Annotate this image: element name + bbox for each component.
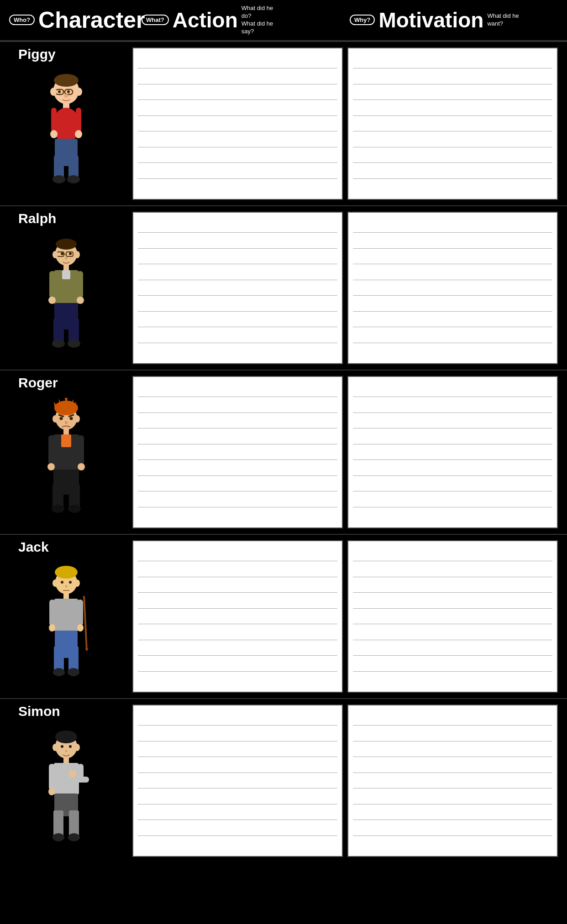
motivation-subtitle: What did he want?: [487, 12, 528, 28]
who-badge: Who?: [9, 15, 35, 25]
motivation-header: Why? Motivation What did he want?: [350, 10, 558, 31]
line: [353, 725, 552, 726]
svg-rect-97: [63, 757, 69, 764]
svg-rect-60: [48, 435, 54, 465]
line: [353, 248, 552, 249]
svg-point-29: [52, 251, 58, 258]
roger-action-cell[interactable]: [132, 376, 343, 528]
ralph-action-cell[interactable]: [132, 212, 343, 364]
line: [138, 820, 337, 820]
simon-action-cell[interactable]: [132, 705, 343, 857]
simon-name: Simon: [0, 704, 60, 719]
simon-cell: Simon: [0, 699, 132, 862]
line: [138, 147, 337, 147]
simon-motivation-lines: [348, 705, 557, 856]
svg-point-15: [75, 130, 82, 138]
svg-rect-31: [63, 265, 69, 271]
line: [138, 311, 337, 312]
line: [353, 788, 552, 788]
line: [353, 491, 552, 491]
jack-motivation-cell[interactable]: [347, 540, 558, 693]
simon-action-lines: [133, 705, 342, 856]
line: [353, 412, 552, 413]
line: [138, 412, 337, 413]
simon-row: Simon: [0, 698, 567, 862]
line: [138, 428, 337, 428]
line: [353, 162, 552, 163]
line: [138, 280, 337, 280]
character-title: Character: [38, 9, 145, 31]
line: [353, 804, 552, 804]
line: [138, 327, 337, 327]
line: [138, 84, 337, 84]
jack-action-lines: [133, 541, 342, 692]
line: [353, 835, 552, 836]
line: [353, 624, 552, 624]
simon-motivation-cell[interactable]: [347, 705, 558, 857]
svg-rect-35: [77, 271, 83, 298]
line: [353, 459, 552, 460]
line: [138, 68, 337, 68]
svg-marker-82: [85, 648, 89, 651]
svg-point-94: [65, 750, 68, 752]
svg-point-103: [69, 770, 76, 778]
piggy-motivation-lines: [348, 48, 557, 199]
jack-name: Jack: [0, 539, 49, 555]
line: [353, 655, 552, 656]
svg-point-37: [77, 297, 84, 304]
svg-point-8: [50, 88, 57, 96]
svg-point-84: [77, 624, 84, 632]
svg-point-42: [68, 339, 80, 348]
jack-figure: [41, 559, 91, 678]
line: [138, 671, 337, 672]
svg-point-71: [61, 581, 63, 584]
line: [353, 592, 552, 593]
svg-point-83: [49, 624, 55, 632]
svg-rect-13: [76, 108, 81, 133]
svg-rect-80: [77, 600, 83, 626]
svg-point-62: [47, 463, 55, 470]
ralph-motivation-lines: [348, 213, 557, 363]
line: [138, 741, 337, 741]
svg-point-41: [52, 339, 65, 348]
line: [138, 773, 337, 773]
jack-row: Jack: [0, 534, 567, 698]
line: [353, 232, 552, 233]
line: [138, 444, 337, 444]
line: [138, 248, 337, 249]
svg-point-36: [48, 297, 56, 304]
character-header: Who? Character: [9, 9, 142, 31]
ralph-cell: Ralph: [0, 206, 132, 370]
line: [353, 178, 552, 179]
line: [353, 147, 552, 147]
header-row: Who? Character What? Action What did he …: [0, 0, 567, 41]
roger-motivation-lines: [348, 377, 557, 527]
piggy-name: Piggy: [0, 47, 56, 62]
svg-point-92: [61, 745, 63, 748]
line: [138, 608, 337, 609]
ralph-row: Ralph: [0, 205, 567, 370]
why-badge: Why?: [350, 15, 375, 25]
line: [138, 264, 337, 264]
svg-rect-101: [73, 777, 89, 783]
svg-rect-12: [51, 108, 57, 133]
svg-point-96: [74, 744, 80, 751]
roger-cell: Roger: [0, 371, 132, 534]
content-rows: Piggy: [0, 41, 567, 862]
ralph-motivation-cell[interactable]: [347, 212, 558, 364]
svg-point-14: [50, 130, 58, 138]
ralph-figure: [41, 231, 91, 350]
line: [353, 115, 552, 116]
piggy-figure: [41, 67, 91, 185]
roger-motivation-cell[interactable]: [347, 376, 558, 528]
piggy-motivation-cell[interactable]: [347, 47, 558, 200]
piggy-action-cell[interactable]: [132, 47, 343, 200]
jack-motivation-lines: [348, 541, 557, 692]
line: [353, 741, 552, 741]
svg-point-72: [69, 581, 72, 584]
jack-action-cell[interactable]: [132, 540, 343, 693]
svg-point-89: [68, 668, 79, 676]
line: [138, 295, 337, 296]
roger-figure: [41, 395, 91, 514]
svg-point-19: [52, 175, 65, 183]
